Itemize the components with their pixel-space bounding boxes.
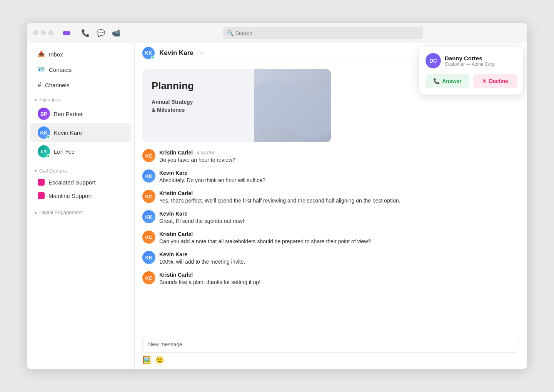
- kevin-kare-status-dot: [47, 135, 50, 139]
- call-centers-chevron-icon: ▾: [35, 168, 37, 173]
- inbox-icon: 📥: [38, 51, 45, 58]
- star-icon[interactable]: ☆: [200, 50, 205, 56]
- titlebar-icons: 📞 💬 📹: [81, 29, 120, 37]
- escalated-support-label: Escalated Support: [48, 179, 96, 186]
- message-header-1: Kristin Carlel 4:54 PM: [159, 149, 519, 156]
- planning-card-title: Planning: [152, 80, 245, 92]
- sidebar-contacts-label: Contacts: [49, 66, 72, 73]
- sidebar-item-escalated-support[interactable]: Escalated Support: [30, 176, 131, 189]
- lori-yee-initials: LY: [41, 149, 47, 154]
- kristin-avatar-4: KC: [142, 271, 155, 284]
- chat-avatar-initials: KK: [145, 50, 152, 56]
- message-content-2: Kevin Kare Absolutely. Do you think an h…: [159, 169, 519, 184]
- favorites-chevron-icon: ▾: [35, 97, 37, 102]
- sidebar-item-inbox[interactable]: 📥 Inbox: [30, 47, 131, 61]
- message-content-7: Kristin Carlel Sounds like a plan, thank…: [159, 271, 519, 286]
- call-popup-header: DC Danny Cortes Customer — Acme Corp: [426, 53, 517, 68]
- message-row: KC Kristin Carlel Can you add a note tha…: [142, 231, 519, 246]
- kristin-avatar-2: KC: [142, 190, 155, 203]
- app-window: 📞 💬 📹 🔍 📥 Inbox 🪪 Contacts #: [27, 23, 527, 369]
- message-header-2: Kevin Kare: [159, 169, 519, 176]
- message-text-2: Absolutely. Do you think an hour will su…: [159, 176, 519, 184]
- kristin-avatar-3: KC: [142, 231, 155, 244]
- phone-icon[interactable]: 📞: [81, 29, 90, 37]
- chat-status-dot: [151, 56, 155, 59]
- minimize-button[interactable]: [41, 30, 46, 35]
- sidebar-item-lori-yee[interactable]: LY Lori Yee: [30, 142, 131, 161]
- search-bar[interactable]: 🔍: [223, 27, 423, 39]
- caller-avatar-circle: DC: [426, 53, 441, 68]
- answer-button[interactable]: 📞 Answer: [426, 74, 469, 88]
- sidebar-item-mainline-support[interactable]: Mainline Support: [30, 189, 131, 202]
- sidebar-item-kevin-kare[interactable]: KK Kevin Kare: [30, 123, 131, 142]
- main-content: KK Kevin Kare ☆ Planning Annual Strategy: [135, 43, 527, 369]
- sidebar-item-contacts[interactable]: 🪪 Contacts: [30, 62, 131, 77]
- message-row: KC Kristin Carlel 4:54 PM Do you have an…: [142, 149, 519, 164]
- message-time-1: 4:54 PM: [197, 150, 214, 156]
- favorites-section-header[interactable]: ▾ Favorites: [27, 93, 134, 104]
- message-row: KK Kevin Kare Absolutely. Do you think a…: [142, 169, 519, 184]
- app-body: 📥 Inbox 🪪 Contacts # Channels ▾ Favorite…: [27, 43, 527, 369]
- chat-icon[interactable]: 💬: [97, 29, 105, 37]
- message-content-6: Kevin Kare 100%, will add to the meeting…: [159, 251, 519, 266]
- ben-parker-label: Ben Parker: [54, 111, 83, 117]
- sidebar-item-ben-parker[interactable]: BP Ben Parker: [30, 105, 131, 123]
- chat-input[interactable]: [142, 336, 519, 353]
- digital-engagement-section-header[interactable]: ▴ Digital Engagement: [27, 206, 134, 217]
- kristin-avatar-1: KC: [142, 149, 155, 162]
- answer-label: Answer: [442, 78, 462, 84]
- message-header-7: Kristin Carlel: [159, 271, 519, 278]
- message-row: KK Kevin Kare Great, I'll send the agend…: [142, 210, 519, 225]
- message-content-1: Kristin Carlel 4:54 PM Do you have an ho…: [159, 149, 519, 164]
- call-popup: DC Danny Cortes Customer — Acme Corp 📞 A…: [419, 47, 523, 95]
- digital-engagement-label: Digital Engagement: [39, 209, 83, 215]
- favorites-list: BP Ben Parker KK Kevin Kare: [27, 104, 134, 161]
- decline-label: Decline: [489, 78, 508, 84]
- caller-avatar: DC: [426, 53, 441, 68]
- message-header-4: Kevin Kare: [159, 210, 519, 217]
- lori-yee-label: Lori Yee: [54, 148, 75, 155]
- search-input[interactable]: [223, 27, 423, 39]
- sidebar-channels-label: Channels: [45, 82, 69, 88]
- call-centers-section-header[interactable]: ▾ Call Centers: [27, 164, 134, 175]
- message-sender-7: Kristin Carlel: [159, 272, 193, 278]
- kevin-avatar-2: KK: [142, 210, 155, 223]
- planning-card: Planning Annual Strategy & Milestones: [142, 69, 331, 142]
- kevin-kare-label: Kevin Kare: [54, 130, 82, 136]
- emoji-icon[interactable]: 🙂: [155, 356, 164, 364]
- message-text-5: Can you add a note that all stakeholders…: [159, 238, 519, 246]
- message-row: KC Kristin Carlel Yes, that's perfect. W…: [142, 190, 519, 205]
- ben-parker-initials: BP: [40, 111, 47, 117]
- digital-engagement-chevron-icon: ▴: [35, 210, 37, 215]
- close-button[interactable]: [33, 30, 38, 35]
- mainline-support-dot: [38, 192, 45, 199]
- planning-card-left: Planning Annual Strategy & Milestones: [142, 69, 254, 142]
- chat-contact-avatar: KK: [142, 47, 155, 59]
- search-icon: 🔍: [227, 30, 234, 36]
- video-icon[interactable]: 📹: [112, 29, 120, 37]
- chat-input-icons: 🖼️ 🙂: [142, 356, 519, 364]
- maximize-button[interactable]: [48, 30, 53, 35]
- titlebar: 📞 💬 📹 🔍: [27, 23, 527, 43]
- contacts-icon: 🪪: [38, 66, 45, 73]
- message-sender-3: Kristin Carlel: [159, 190, 193, 196]
- decline-button[interactable]: ✕ Decline: [473, 74, 517, 88]
- sidebar-item-channels[interactable]: # Channels: [30, 78, 131, 92]
- message-content-3: Kristin Carlel Yes, that's perfect. We'l…: [159, 190, 519, 205]
- kevin-kare-avatar-wrapper: KK: [38, 126, 50, 139]
- messages-area: Planning Annual Strategy & Milestones: [135, 63, 527, 331]
- lori-yee-status-dot: [47, 154, 50, 158]
- caller-name: Danny Cortes: [445, 55, 495, 61]
- kevin-kare-initials: KK: [40, 130, 48, 136]
- message-sender-2: Kevin Kare: [159, 170, 187, 176]
- close-decline-icon: ✕: [482, 78, 487, 84]
- chat-header-avatar-wrapper: KK: [142, 47, 155, 59]
- message-sender-5: Kristin Carlel: [159, 231, 193, 237]
- message-header-6: Kevin Kare: [159, 251, 519, 258]
- mainline-support-label: Mainline Support: [48, 193, 92, 199]
- image-icon[interactable]: 🖼️: [142, 356, 151, 364]
- traffic-lights: [33, 30, 53, 35]
- message-row: KC Kristin Carlel Sounds like a plan, th…: [142, 271, 519, 286]
- message-content-4: Kevin Kare Great, I'll send the agenda o…: [159, 210, 519, 225]
- planning-subtitle-line2: & Milestones: [152, 107, 185, 113]
